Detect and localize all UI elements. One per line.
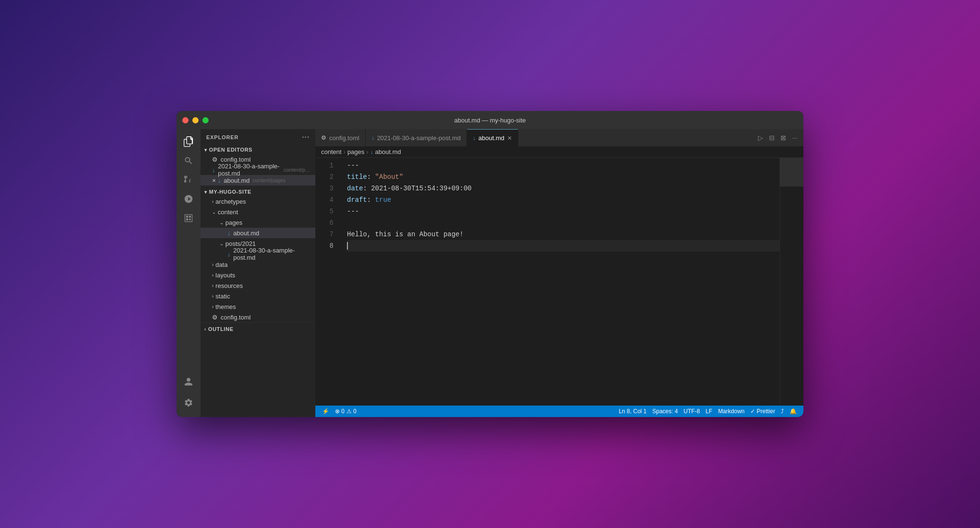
folder-layouts[interactable]: › layouts xyxy=(200,270,315,280)
line-num-5: 5 xyxy=(315,206,334,217)
status-remote[interactable]: ⤴ xyxy=(778,406,787,417)
explorer-more-icon[interactable]: ··· xyxy=(302,133,310,142)
code-line-1: --- xyxy=(347,160,780,171)
folder-themes[interactable]: › themes xyxy=(200,301,315,312)
line-num-2: 2 xyxy=(315,171,334,183)
main-layout: EXPLORER ··· ▾ OPEN EDITORS ⚙ config.tom… xyxy=(177,129,803,417)
open-editor-sample-post-label: 2021-08-30-a-sample-post.md xyxy=(218,163,281,177)
tree-sample-post-icon: ↓ xyxy=(227,251,231,258)
status-ln-col[interactable]: Ln 8, Col 1 xyxy=(616,406,649,417)
vscode-window: about.md — my-hugo-site xyxy=(177,111,803,417)
tab-about-close[interactable]: ✕ xyxy=(507,135,512,142)
minimap[interactable] xyxy=(780,158,803,406)
status-bar: ⚡ ⊗ 0 ⚠ 0 Ln 8, Col 1 Spaces: 4 UT xyxy=(315,406,803,417)
themes-chevron: › xyxy=(212,304,213,309)
status-branch[interactable]: ⚡ xyxy=(319,406,332,417)
activity-run-debug[interactable] xyxy=(180,190,197,208)
spaces-label: Spaces: 4 xyxy=(652,408,678,415)
more-actions-icon[interactable]: ··· xyxy=(790,133,800,143)
tab-sample-icon: ↓ xyxy=(371,134,374,141)
code-draft-key: draft xyxy=(347,196,367,204)
activity-account[interactable] xyxy=(180,373,197,390)
status-errors[interactable]: ⊗ 0 ⚠ 0 xyxy=(332,406,359,417)
folder-data-label: data xyxy=(215,261,227,268)
activity-settings[interactable] xyxy=(180,394,197,411)
breadcrumb-file-icon: ↓ xyxy=(370,149,373,155)
minimap-slider[interactable] xyxy=(780,158,803,187)
activity-source-control[interactable] xyxy=(180,171,197,188)
md-active-icon: ↓ xyxy=(218,177,221,184)
line-num-7: 7 xyxy=(315,229,334,240)
encoding-label: UTF-8 xyxy=(684,408,700,415)
tab-bar: ⚙ config.toml ↓ 2021-08-30-a-sample-post… xyxy=(315,129,803,146)
tab-sample-post[interactable]: ↓ 2021-08-30-a-sample-post.md xyxy=(366,129,467,146)
folder-resources[interactable]: › resources xyxy=(200,280,315,291)
code-line-6 xyxy=(347,217,780,229)
open-editor-sample-post[interactable]: ↓ 2021-08-30-a-sample-post.md content/po… xyxy=(200,165,315,175)
status-line-ending[interactable]: LF xyxy=(703,406,715,417)
code-hello-text: Hello, this is an About page! xyxy=(347,231,464,238)
run-icon[interactable]: ▷ xyxy=(756,133,765,143)
folder-static-label: static xyxy=(215,293,230,300)
split-editor-icon[interactable]: ⊟ xyxy=(767,133,777,143)
code-line-5-content: --- xyxy=(347,208,359,215)
activity-explorer[interactable] xyxy=(180,133,197,150)
resources-chevron: › xyxy=(212,283,213,288)
code-title-key: title xyxy=(347,173,367,181)
tab-config-label: config.toml xyxy=(329,134,359,142)
close-button[interactable] xyxy=(182,117,189,123)
explorer-label: EXPLORER xyxy=(206,134,239,140)
minimize-button[interactable] xyxy=(192,117,199,123)
about-close-icon[interactable]: ✕ xyxy=(212,178,216,183)
status-left: ⚡ ⊗ 0 ⚠ 0 xyxy=(319,406,359,417)
tree-config-toml[interactable]: ⚙ config.toml xyxy=(200,312,315,322)
svg-rect-2 xyxy=(186,219,188,220)
activity-bar xyxy=(177,129,200,417)
errors-label: ⊗ 0 xyxy=(335,408,345,415)
data-chevron: › xyxy=(212,262,213,267)
tree-about-label: about.md xyxy=(234,230,259,237)
folder-static[interactable]: › static xyxy=(200,291,315,301)
static-chevron: › xyxy=(212,294,213,299)
project-header[interactable]: ▾ MY-HUGO-SITE xyxy=(200,187,315,196)
warnings-label: ⚠ 0 xyxy=(346,408,356,415)
open-editors-header[interactable]: ▾ OPEN EDITORS xyxy=(200,145,315,154)
folder-resources-label: resources xyxy=(215,282,243,289)
gear-icon: ⚙ xyxy=(212,156,218,163)
code-colon-1: : xyxy=(367,173,375,181)
open-editors-label: OPEN EDITORS xyxy=(209,147,253,153)
tab-gear-icon: ⚙ xyxy=(321,134,326,141)
status-spaces[interactable]: Spaces: 4 xyxy=(649,406,680,417)
project-chevron: ▾ xyxy=(204,189,207,195)
folder-content[interactable]: ⌄ content xyxy=(200,207,315,217)
tree-sample-post[interactable]: ↓ 2021-08-30-a-sample-post.md xyxy=(200,249,315,259)
breadcrumb-pages: pages xyxy=(347,148,364,155)
breadcrumb-sep-1: › xyxy=(344,148,345,155)
activity-search[interactable] xyxy=(180,152,197,169)
code-line-2: title: "About" xyxy=(347,171,780,183)
folder-pages[interactable]: ⌄ pages xyxy=(200,217,315,228)
activity-remote[interactable] xyxy=(180,209,197,227)
code-colon-2: : xyxy=(363,185,371,192)
activity-bar-bottom xyxy=(180,373,197,413)
tab-config-toml[interactable]: ⚙ config.toml xyxy=(315,129,366,146)
tab-about-md[interactable]: ↓ about.md ✕ xyxy=(467,129,518,146)
editor-content[interactable]: 1 2 3 4 5 6 7 8 --- title: "About" date:… xyxy=(315,158,803,406)
editor-layout-icon[interactable]: ⊠ xyxy=(779,133,788,143)
code-draft-val: true xyxy=(375,196,391,204)
tree-md-icon: ↓ xyxy=(227,230,231,237)
status-prettier[interactable]: ✓ Prettier xyxy=(747,406,778,417)
status-encoding[interactable]: UTF-8 xyxy=(681,406,703,417)
open-editor-about-md[interactable]: ✕ ↓ about.md content/pages xyxy=(200,175,315,186)
tree-about-md[interactable]: ↓ about.md xyxy=(200,228,315,238)
outline-header[interactable]: › OUTLINE xyxy=(200,325,315,333)
outline-section: › OUTLINE xyxy=(200,322,315,335)
code-editor[interactable]: --- title: "About" date: 2021-08-30T15:5… xyxy=(339,158,780,406)
status-bell[interactable]: 🔔 xyxy=(787,406,800,417)
maximize-button[interactable] xyxy=(202,117,209,123)
window-title: about.md — my-hugo-site xyxy=(454,117,526,124)
folder-archetypes[interactable]: › archetypes xyxy=(200,196,315,207)
posts-chevron: ⌄ xyxy=(220,241,223,246)
tab-sample-label: 2021-08-30-a-sample-post.md xyxy=(377,134,461,142)
status-language[interactable]: Markdown xyxy=(715,406,747,417)
